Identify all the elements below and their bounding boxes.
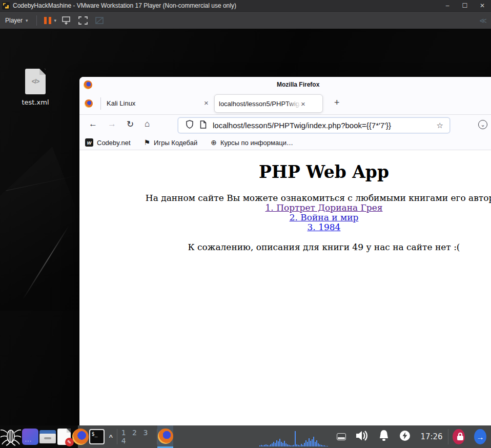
- minimize-button[interactable]: –: [439, 0, 456, 11]
- volume-icon[interactable]: [355, 430, 369, 444]
- bookmark-igry-kodebay[interactable]: ⚑ Игры Кодебай: [144, 138, 198, 147]
- close-button[interactable]: ✕: [474, 0, 491, 11]
- maximize-button[interactable]: ☐: [456, 0, 474, 11]
- text-editor-button[interactable]: ✎: [56, 425, 72, 448]
- firefox-logo-icon: [158, 429, 173, 444]
- page-message: К сожалению, описания для книги 49 у нас…: [79, 242, 491, 252]
- new-tab-button[interactable]: +: [334, 97, 340, 108]
- kali-menu-button[interactable]: [0, 425, 22, 448]
- firefox-tab-icon: [85, 99, 93, 108]
- terminal-launcher-button[interactable]: $_: [89, 425, 105, 448]
- reload-button[interactable]: ↻: [127, 119, 134, 130]
- firefox-active-task-button[interactable]: [157, 425, 174, 448]
- workspace-pager[interactable]: 1 2 3 4: [117, 425, 157, 448]
- tracking-shield-icon[interactable]: [186, 120, 194, 131]
- vmware-titlebar: CodebyHackMashine - VMware Workstation 1…: [0, 0, 491, 11]
- kali-taskbar: ··· ✎ $_ ^ 1 2 3 4 17:26 →: [0, 425, 491, 448]
- text-editor-icon: ✎: [57, 429, 71, 445]
- page-content: PHP Web App На данном сайте Вы можете оз…: [79, 151, 491, 425]
- tab-divider: [100, 97, 101, 110]
- firefox-titlebar[interactable]: Mozilla Firefox: [79, 77, 491, 92]
- book-links: 1. Портрет Дориана Грея2. Война и мир3. …: [79, 203, 491, 232]
- firefox-window: Mozilla Firefox Kali Linux × localhost/l…: [79, 77, 491, 425]
- fullscreen-button[interactable]: [78, 16, 88, 25]
- book-link[interactable]: 2. Война и мир: [79, 213, 491, 222]
- navigation-toolbar: ← → ↻ ⌂ localhost/lesson5/PHPTwig/index.…: [79, 115, 491, 135]
- bookmark-codeby[interactable]: w Codeby.net: [85, 138, 131, 147]
- notification-bell-icon[interactable]: [378, 429, 390, 444]
- url-bar[interactable]: localhost/lesson5/PHPTwig/index.php?book…: [178, 117, 450, 133]
- back-button[interactable]: ←: [89, 119, 97, 129]
- kali-dragon-icon: [0, 427, 22, 446]
- firefox-logo-icon: [84, 80, 92, 89]
- globe-icon: ⊕: [211, 138, 217, 147]
- desktop-file-label: test.xml: [17, 98, 53, 106]
- codeby-favicon: w: [85, 138, 93, 147]
- session-indicator-icon[interactable]: →: [474, 429, 486, 444]
- folder-icon: [39, 430, 56, 443]
- book-link[interactable]: 3. 1984: [79, 222, 491, 232]
- collapse-toolbar-button[interactable]: ≪: [479, 16, 486, 25]
- toolbar-divider: [36, 15, 37, 26]
- clock[interactable]: 17:26: [420, 432, 442, 441]
- tab-bar: Kali Linux × localhost/lesson5/PHPTwig/i…: [79, 92, 491, 115]
- app-menu-icon: ···: [22, 429, 38, 445]
- flag-icon: ⚑: [144, 138, 151, 147]
- display-tray-icon[interactable]: [337, 433, 346, 440]
- tab-kali-linux[interactable]: Kali Linux: [107, 99, 135, 107]
- power-manager-icon[interactable]: [399, 430, 411, 443]
- bookmark-kursy[interactable]: ⊕ Курсы по информаци…: [211, 138, 293, 147]
- page-intro-text: На данном сайте Вы можете ознакомиться с…: [79, 193, 491, 203]
- vmware-logo-icon: [2, 2, 10, 10]
- wallpaper-facet: [0, 147, 87, 311]
- active-tab-label: localhost/lesson5/PHPTwig/i: [219, 100, 301, 108]
- close-tab-icon[interactable]: ×: [204, 98, 209, 107]
- screen-lock-icon[interactable]: [453, 429, 465, 444]
- window-list-button[interactable]: ^: [105, 425, 117, 448]
- terminal-icon: $_: [89, 429, 105, 444]
- unity-mode-button-disabled: [94, 16, 105, 25]
- page-info-icon[interactable]: [200, 120, 207, 131]
- firefox-logo-icon: [72, 429, 89, 445]
- bookmark-star-icon[interactable]: ☆: [437, 121, 443, 130]
- firefox-launcher-button[interactable]: [72, 425, 89, 448]
- vm-desktop: </> test.xml Mozilla Firefox Kali Linux …: [0, 29, 491, 425]
- suspend-vm-button[interactable]: ▾: [42, 17, 59, 24]
- xml-file-icon: </>: [25, 69, 46, 94]
- url-text[interactable]: localhost/lesson5/PHPTwig/index.php?book…: [213, 121, 391, 130]
- close-tab-icon[interactable]: ×: [301, 99, 305, 108]
- desktop-file-testxml[interactable]: </> test.xml: [17, 69, 53, 106]
- home-button[interactable]: ⌂: [145, 119, 150, 129]
- pause-icon: [44, 17, 51, 24]
- vmware-toolbar: Player ▾ ▾ ≪: [0, 11, 491, 29]
- file-manager-button[interactable]: [39, 425, 56, 448]
- player-menu[interactable]: Player ▾: [0, 17, 31, 24]
- network-monitor-graph: [259, 427, 328, 446]
- bookmarks-toolbar: w Codeby.net ⚑ Игры Кодебай ⊕ Курсы по и…: [79, 135, 491, 150]
- taskbar-divider: [448, 429, 448, 444]
- chevron-down-icon: ▾: [54, 18, 57, 23]
- app-menu-button[interactable]: ···: [22, 425, 39, 448]
- forward-button: →: [108, 119, 116, 129]
- book-link[interactable]: 1. Портрет Дориана Грея: [79, 203, 491, 213]
- chevron-down-icon: ▾: [26, 18, 28, 23]
- page-title: PHP Web App: [79, 162, 491, 182]
- pocket-icon[interactable]: ⌄: [478, 120, 487, 129]
- send-ctrl-alt-del-button[interactable]: [62, 16, 72, 25]
- firefox-window-title: Mozilla Firefox: [277, 81, 319, 88]
- tab-localhost-active[interactable]: localhost/lesson5/PHPTwig/i ×: [214, 94, 323, 113]
- vmware-window-title: CodebyHackMashine - VMware Workstation 1…: [13, 2, 236, 9]
